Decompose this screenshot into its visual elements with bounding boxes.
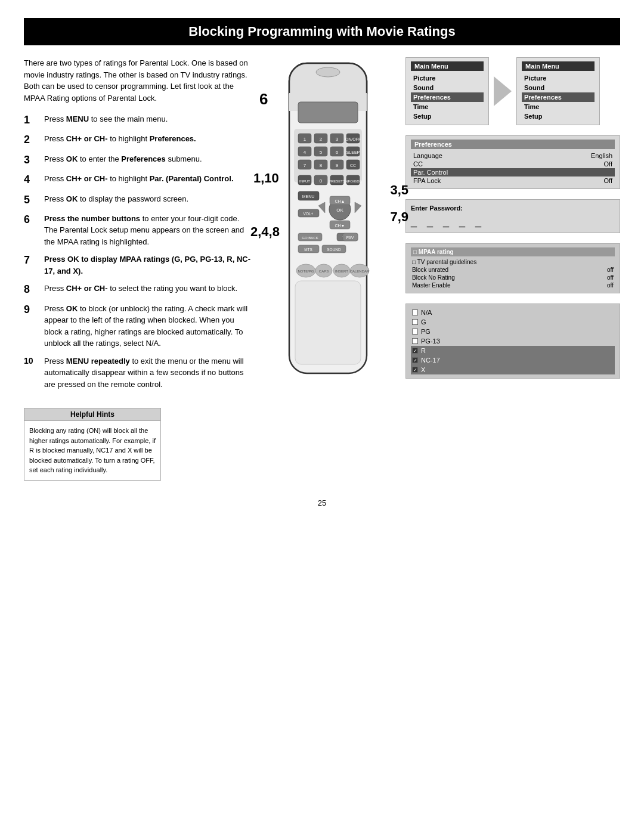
page-title: Blocking Programming with Movie Ratings bbox=[24, 18, 620, 45]
pref-label-parcontrol: Par. Control bbox=[413, 169, 448, 176]
steps-list: 1 Press MENU to see the main menu. 2 Pre… bbox=[24, 113, 250, 390]
step-5: 5 Press OK to display the password scree… bbox=[24, 193, 250, 207]
pref-val-fpalock: Off bbox=[604, 177, 612, 184]
menu-item-sound-2: Sound bbox=[522, 83, 595, 92]
step-text-5: Press OK to display the password screen. bbox=[44, 193, 250, 205]
menu-item-setup-2: Setup bbox=[522, 112, 595, 121]
step-number-8: 8 bbox=[24, 283, 41, 296]
mpaa-label-block-unrated: Block unrated bbox=[412, 267, 448, 273]
step-text-1: Press MENU to see the main menu. bbox=[44, 113, 250, 125]
svg-text:CC: CC bbox=[350, 163, 356, 168]
rating-label-na: N/A bbox=[421, 309, 432, 316]
step-10: 10 Press MENU repeatedly to exit the men… bbox=[24, 355, 250, 391]
svg-text:GO BACK: GO BACK bbox=[302, 236, 318, 240]
svg-text:CAPS: CAPS bbox=[319, 270, 329, 273]
step-overlay-110: 1,10 bbox=[253, 171, 279, 186]
mpaa-val-block-unrated: off bbox=[607, 267, 614, 273]
step-number-5: 5 bbox=[24, 193, 41, 207]
step-number-1: 1 bbox=[24, 113, 41, 127]
step-text-3: Press OK to enter the Preferences submen… bbox=[44, 153, 250, 165]
svg-point-3 bbox=[316, 67, 340, 77]
svg-text:0: 0 bbox=[320, 178, 323, 184]
step-8: 8 Press CH+ or CH- to select the rating … bbox=[24, 283, 250, 296]
step-1: 1 Press MENU to see the main menu. bbox=[24, 113, 250, 127]
svg-text:NOTE/PG: NOTE/PG bbox=[298, 270, 314, 273]
svg-text:MENU: MENU bbox=[302, 194, 315, 199]
rating-na: N/A bbox=[411, 308, 615, 317]
rating-label-nc17: NC-17 bbox=[421, 357, 440, 364]
menu-item-picture-1: Picture bbox=[411, 73, 484, 83]
svg-text:VOL+: VOL+ bbox=[304, 212, 314, 216]
step-number-10: 10 bbox=[24, 355, 41, 366]
svg-text:8: 8 bbox=[320, 163, 323, 168]
arrow-1 bbox=[494, 76, 512, 106]
menu-item-preferences-2: Preferences bbox=[522, 92, 595, 102]
main-menu-screen-2: Main Menu Picture Sound Preferences Time… bbox=[516, 57, 600, 125]
step-4: 4 Press CH+ or CH- to highlight Par. (Pa… bbox=[24, 173, 250, 187]
mpaa-row-block-no-rating: Block No Rating off bbox=[411, 274, 615, 281]
remote-control: 1 2 3 ON/OFF 4 5 6 SLEEP 7 bbox=[277, 57, 379, 391]
ratings-screen: N/A G PG PG-13 ✓ R ✓ NC-17 bbox=[405, 304, 620, 379]
page-number: 25 bbox=[0, 493, 644, 513]
main-menu-title-2: Main Menu bbox=[522, 61, 595, 71]
menu-item-picture-2: Picture bbox=[522, 73, 595, 83]
preferences-screen: Preferences Language English CC Off Par.… bbox=[405, 135, 620, 189]
right-column: Main Menu Picture Sound Preferences Time… bbox=[405, 57, 620, 396]
step-text-6: Press the number buttons to enter your f… bbox=[44, 213, 250, 248]
step-9: 9 Press OK to block (or unblock) the rat… bbox=[24, 303, 250, 349]
rating-label-pg13: PG-13 bbox=[421, 337, 440, 345]
step-overlay-6: 6 bbox=[259, 90, 268, 109]
checkbox-x: ✓ bbox=[412, 367, 418, 373]
rating-label-r: R bbox=[421, 347, 426, 354]
svg-text:OK: OK bbox=[336, 208, 343, 213]
step-overlay-79: 7,9 bbox=[390, 209, 408, 225]
password-screen: Enter Password: _ _ _ _ _ bbox=[405, 199, 620, 233]
step-7: 7 Press OK to display MPAA ratings (G, P… bbox=[24, 253, 250, 277]
step-3: 3 Press OK to enter the Preferences subm… bbox=[24, 153, 250, 167]
svg-text:FAV: FAV bbox=[346, 236, 354, 240]
svg-text:CALENDAR: CALENDAR bbox=[350, 270, 370, 273]
pref-row-language: Language English bbox=[411, 151, 615, 160]
pref-label-language: Language bbox=[413, 152, 442, 159]
menu-item-setup-1: Setup bbox=[411, 112, 484, 121]
rating-label-x: X bbox=[421, 366, 425, 373]
pref-label-fpalock: FPA Lock bbox=[413, 177, 441, 184]
helpful-hints-title: Helpful Hints bbox=[24, 408, 160, 421]
rating-pg: PG bbox=[411, 327, 615, 336]
svg-text:5: 5 bbox=[320, 150, 323, 155]
svg-text:INSERT: INSERT bbox=[335, 270, 348, 273]
svg-rect-4 bbox=[298, 102, 358, 123]
checkbox-g bbox=[412, 319, 418, 325]
step-text-2: Press CH+ or CH- to highlight Preference… bbox=[44, 133, 250, 145]
rating-x: ✓ X bbox=[411, 365, 615, 374]
intro-text: There are two types of ratings for Paren… bbox=[24, 57, 250, 104]
svg-text:9: 9 bbox=[336, 163, 339, 168]
svg-text:CH▲: CH▲ bbox=[335, 199, 345, 203]
mpaa-row-master-enable: Master Enable off bbox=[411, 281, 615, 289]
step-number-4: 4 bbox=[24, 173, 41, 187]
pref-title: Preferences bbox=[411, 140, 615, 149]
menu-item-time-1: Time bbox=[411, 102, 484, 112]
mpaa-row-tv: □ TV parental guidelines bbox=[411, 258, 615, 266]
step-number-2: 2 bbox=[24, 133, 41, 147]
pref-row-cc: CC Off bbox=[411, 160, 615, 168]
checkbox-na bbox=[412, 309, 418, 315]
menu-item-sound-1: Sound bbox=[411, 83, 484, 92]
svg-text:INPUT: INPUT bbox=[299, 179, 310, 183]
mpaa-title: □ MPAA rating bbox=[411, 247, 615, 256]
pref-val-cc: Off bbox=[604, 160, 612, 168]
rating-r: ✓ R bbox=[411, 346, 615, 355]
mpaa-screen: □ MPAA rating □ TV parental guidelines B… bbox=[405, 243, 620, 293]
step-number-9: 9 bbox=[24, 303, 41, 317]
step-text-8: Press CH+ or CH- to select the rating yo… bbox=[44, 283, 250, 295]
svg-text:PRESETS: PRESETS bbox=[329, 179, 345, 183]
step-text-4: Press CH+ or CH- to highlight Par. (Pare… bbox=[44, 173, 250, 185]
svg-text:7: 7 bbox=[304, 163, 306, 168]
step-number-7: 7 bbox=[24, 253, 41, 267]
checkbox-pg13 bbox=[412, 338, 418, 344]
main-menu-group: Main Menu Picture Sound Preferences Time… bbox=[405, 57, 620, 125]
step-text-7: Press OK to display MPAA ratings (G, PG,… bbox=[44, 253, 250, 277]
mpaa-label-master-enable: Master Enable bbox=[412, 282, 450, 289]
helpful-hints-text: Blocking any rating (ON) will block all … bbox=[24, 421, 160, 480]
center-column: 6 1,10 2,4,8 3,5 7,9 1 bbox=[262, 57, 394, 396]
